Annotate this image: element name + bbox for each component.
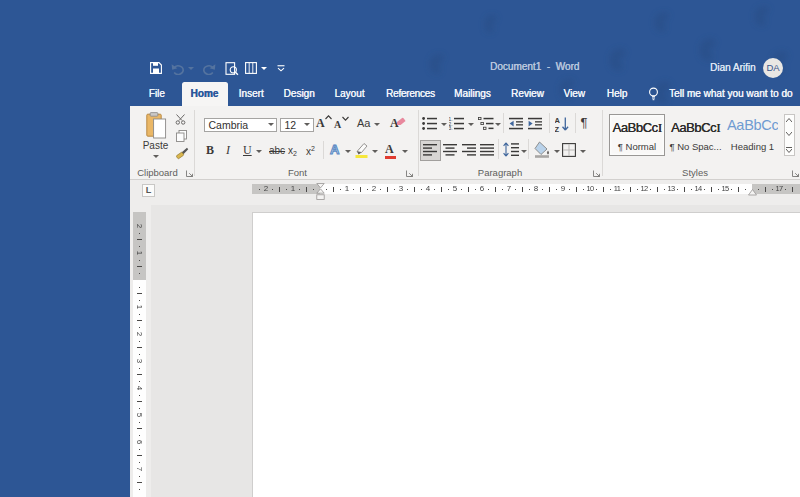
svg-text:3.: 3. [449,126,453,130]
svg-text:Z: Z [555,124,560,132]
